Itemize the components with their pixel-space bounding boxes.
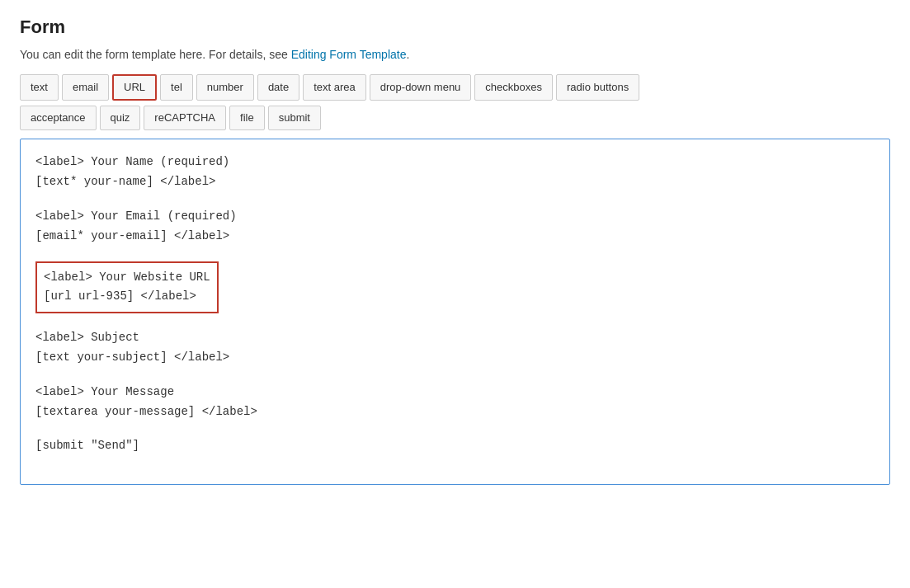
tag-btn-checkboxes[interactable]: checkboxes [474,74,553,101]
description: You can edit the form template here. For… [20,48,890,61]
description-end: . [406,48,409,61]
tag-btn-email[interactable]: email [62,74,109,101]
tag-btn-url[interactable]: URL [112,74,157,101]
subject-block: <label> Subject [text your-subject] </la… [35,328,875,368]
name-block-line2: [text* your-name] </label> [35,172,875,192]
tag-btn-tel[interactable]: tel [160,74,193,101]
description-text: You can edit the form template here. For… [20,48,291,61]
page-title: Form [20,16,890,38]
form-template-area[interactable]: <label> Your Name (required) [text* your… [20,139,890,485]
url-block: <label> Your Website URL [url url-935] <… [35,261,875,314]
tag-btn-file[interactable]: file [229,106,265,130]
email-block: <label> Your Email (required) [email* yo… [35,207,875,247]
tag-btn-date[interactable]: date [257,74,299,101]
url-block-highlighted: <label> Your Website URL [url url-935] <… [35,261,219,314]
tag-buttons-row1: textemailURLtelnumberdatetext areadrop-d… [20,74,890,101]
tag-btn-radio[interactable]: radio buttons [556,74,639,101]
message-block-line2: [textarea your-message] </label> [35,402,875,422]
submit-block: [submit "Send"] [35,436,875,456]
tag-btn-textarea[interactable]: text area [303,74,366,101]
url-block-line1: <label> Your Website URL [44,268,210,288]
tag-btn-text[interactable]: text [20,74,59,101]
submit-block-line1: [submit "Send"] [35,436,875,456]
name-block: <label> Your Name (required) [text* your… [35,153,875,192]
tag-buttons-row2: acceptancequizreCAPTCHAfilesubmit [20,106,890,130]
tag-btn-acceptance[interactable]: acceptance [20,106,97,130]
tag-btn-submit[interactable]: submit [268,106,321,130]
tag-btn-recaptcha[interactable]: reCAPTCHA [144,106,226,130]
tag-btn-quiz[interactable]: quiz [100,106,141,130]
email-block-line1: <label> Your Email (required) [35,207,875,227]
tag-btn-number[interactable]: number [196,74,254,101]
editing-form-template-link[interactable]: Editing Form Template [291,48,407,61]
name-block-line1: <label> Your Name (required) [35,153,875,172]
tag-btn-dropdown[interactable]: drop-down menu [370,74,472,101]
message-block: <label> Your Message [textarea your-mess… [35,383,875,422]
subject-block-line2: [text your-subject] </label> [35,348,875,368]
message-block-line1: <label> Your Message [35,383,875,402]
url-block-line2: [url url-935] </label> [44,287,210,307]
email-block-line2: [email* your-email] </label> [35,227,875,247]
subject-block-line1: <label> Subject [35,328,875,348]
